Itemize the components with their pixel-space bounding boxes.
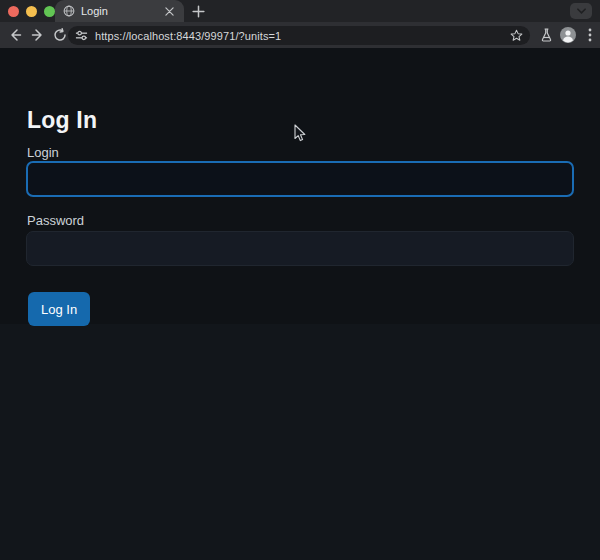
new-tab-icon[interactable] — [191, 4, 206, 19]
tab-strip: Login — [0, 0, 600, 22]
login-label: Login — [27, 145, 59, 160]
address-bar[interactable]: https://localhost:8443/99971/?units=1 — [68, 26, 530, 45]
kebab-menu-icon[interactable] — [588, 28, 592, 42]
close-tab-icon[interactable] — [162, 4, 176, 18]
globe-icon — [63, 5, 75, 17]
browser-window: Login — [0, 0, 600, 560]
window-controls — [8, 6, 55, 17]
tab-title: Login — [81, 5, 162, 17]
chevron-down-icon[interactable] — [570, 3, 592, 19]
password-label: Password — [27, 213, 84, 228]
login-input[interactable] — [26, 161, 574, 197]
page-title: Log In — [27, 107, 97, 134]
zoom-window-button[interactable] — [44, 6, 55, 17]
minimize-window-button[interactable] — [26, 6, 37, 17]
bookmark-star-icon[interactable] — [510, 29, 523, 42]
flask-icon[interactable] — [540, 28, 553, 42]
avatar-icon[interactable] — [560, 27, 576, 43]
tab-login[interactable]: Login — [55, 0, 184, 22]
reload-icon[interactable] — [53, 28, 67, 42]
log-in-button[interactable]: Log In — [28, 292, 90, 326]
password-input[interactable] — [26, 231, 574, 266]
forward-icon[interactable] — [31, 28, 45, 42]
url-text[interactable]: https://localhost:8443/99971/?units=1 — [95, 30, 510, 42]
close-window-button[interactable] — [8, 6, 19, 17]
tune-icon[interactable] — [75, 29, 88, 42]
browser-toolbar: https://localhost:8443/99971/?units=1 — [0, 22, 600, 48]
back-icon[interactable] — [8, 28, 22, 42]
login-form: Log In Login Password Log In — [0, 48, 600, 324]
page-content: Log In Login Password Log In — [0, 48, 600, 560]
